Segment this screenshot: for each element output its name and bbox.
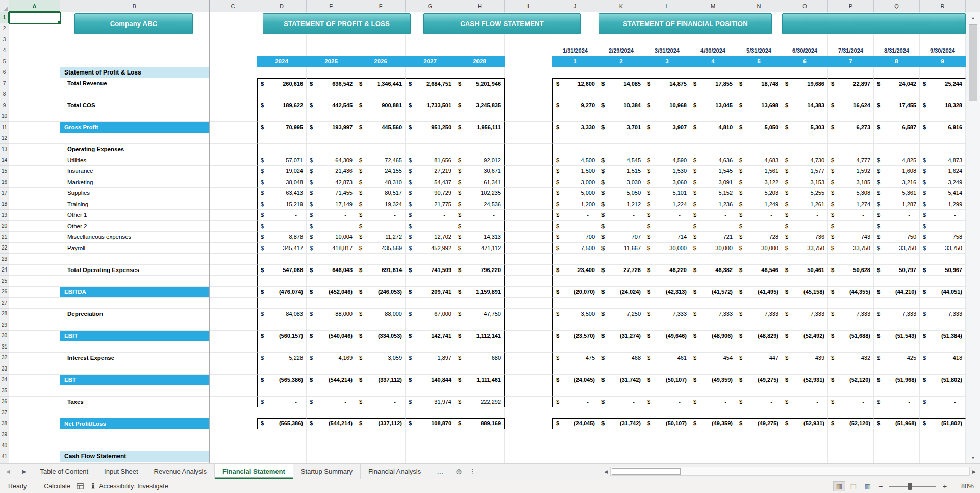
cell-L26[interactable]: $(42,313) (644, 287, 690, 298)
cell-R39[interactable] (920, 429, 966, 440)
cell-D27[interactable] (257, 298, 307, 309)
cell-A10[interactable] (9, 111, 60, 122)
cell-H11[interactable]: $1,956,111 (455, 122, 505, 133)
cell-Q41[interactable] (874, 451, 920, 462)
cell-A22[interactable] (9, 243, 60, 254)
cell-J19[interactable]: $- (552, 210, 598, 221)
row-header-11[interactable]: 11 (0, 122, 9, 133)
cell-A21[interactable] (9, 232, 60, 243)
row-header-30[interactable]: 30 (0, 331, 9, 342)
cell-B15[interactable]: Insurance (60, 166, 209, 177)
cell-C41[interactable] (209, 451, 257, 462)
column-header-a[interactable]: A (9, 0, 60, 12)
cell-Q14[interactable]: $4,825 (874, 155, 920, 166)
cell-E8[interactable] (307, 89, 356, 101)
new-sheet-button[interactable]: ⊕ (451, 464, 466, 479)
column-header-o[interactable]: O (782, 0, 828, 12)
cell-P23[interactable] (828, 254, 874, 265)
cell-M25[interactable] (690, 276, 736, 287)
cell-Q21[interactable]: $750 (874, 232, 920, 243)
cell-D32[interactable]: $5,228 (257, 353, 307, 364)
cell-O3[interactable] (782, 34, 828, 45)
cell-G8[interactable] (406, 89, 455, 101)
cell-N25[interactable] (736, 276, 782, 287)
cell-F23[interactable] (356, 254, 406, 265)
cell-N22[interactable]: $30,000 (736, 243, 782, 254)
cell-A2[interactable] (9, 23, 60, 35)
column-header-f[interactable]: F (356, 0, 406, 12)
cell-A29[interactable] (9, 319, 60, 331)
cell-O26[interactable]: $(45,158) (782, 287, 828, 298)
cell-Q25[interactable] (874, 276, 920, 287)
cell-G17[interactable]: $90,729 (406, 188, 455, 199)
cell-K5[interactable]: 2 (598, 56, 644, 67)
cell-G7[interactable]: $2,684,751 (406, 78, 455, 89)
cell-C40[interactable] (209, 440, 257, 452)
cell-O13[interactable] (782, 144, 828, 155)
cell-F40[interactable] (356, 440, 406, 452)
cell-L8[interactable] (644, 89, 690, 101)
cell-Q23[interactable] (874, 254, 920, 265)
cell-B10[interactable] (60, 111, 209, 122)
scroll-down-icon[interactable]: ▼ (966, 452, 980, 463)
cell-Q15[interactable]: $1,608 (874, 166, 920, 177)
cell-B13[interactable]: Operating Expenses (60, 144, 209, 155)
cell-H36[interactable]: $222,292 (455, 397, 505, 408)
cell-K9[interactable]: $10,384 (598, 100, 644, 111)
cell-R22[interactable]: $33,750 (920, 243, 966, 254)
cell-I17[interactable] (505, 188, 552, 199)
cell-M18[interactable]: $1,236 (690, 199, 736, 210)
cell-J7[interactable]: $12,600 (552, 78, 598, 89)
cell-P26[interactable]: $(44,355) (828, 287, 874, 298)
cell-Q38[interactable]: $(51,968) (874, 418, 920, 430)
cell-F13[interactable] (356, 144, 406, 155)
cell-G21[interactable]: $12,702 (406, 232, 455, 243)
cell-B26[interactable]: EBITDA (60, 287, 209, 298)
cell-E11[interactable]: $193,997 (307, 122, 356, 133)
cell-P21[interactable]: $743 (828, 232, 874, 243)
cell-L31[interactable] (644, 341, 690, 353)
cell-R37[interactable] (920, 407, 966, 418)
cell-R21[interactable]: $758 (920, 232, 966, 243)
cell-J34[interactable]: $(24,045) (552, 375, 598, 386)
cell-Q20[interactable]: $- (874, 221, 920, 232)
cell-M15[interactable]: $1,545 (690, 166, 736, 177)
cell-K21[interactable]: $707 (598, 232, 644, 243)
cell-K31[interactable] (598, 341, 644, 353)
cell-R27[interactable] (920, 298, 966, 309)
cell-J31[interactable] (552, 341, 598, 353)
row-header-17[interactable]: 17 (0, 188, 9, 199)
cell-B30[interactable]: EBIT (60, 331, 209, 342)
cell-L17[interactable]: $5,101 (644, 188, 690, 199)
cell-G10[interactable] (406, 111, 455, 122)
cell-R8[interactable] (920, 89, 966, 101)
cell-O30[interactable]: $(52,492) (782, 331, 828, 342)
cell-H34[interactable]: $1,111,461 (455, 375, 505, 386)
cell-P19[interactable]: $- (828, 210, 874, 221)
cell-H23[interactable] (455, 254, 505, 265)
cell-R32[interactable]: $418 (920, 353, 966, 364)
cell-B20[interactable]: Other 2 (60, 221, 209, 232)
cell-B11[interactable]: Gross Profit (60, 122, 209, 133)
cell-H3[interactable] (455, 34, 505, 45)
cell-F30[interactable]: $(334,053) (356, 331, 406, 342)
cell-O16[interactable]: $3,153 (782, 177, 828, 188)
cell-J17[interactable]: $5,000 (552, 188, 598, 199)
row-header-9[interactable]: 9 (0, 100, 9, 111)
cell-N37[interactable] (736, 407, 782, 418)
cell-C23[interactable] (209, 254, 257, 265)
cell-A12[interactable] (9, 133, 60, 144)
cell-E21[interactable]: $10,004 (307, 232, 356, 243)
cell-L29[interactable] (644, 319, 690, 331)
cell-H12[interactable] (455, 133, 505, 144)
cell-K42[interactable] (598, 462, 644, 464)
cell-G3[interactable] (406, 34, 455, 45)
cell-M30[interactable]: $(48,906) (690, 331, 736, 342)
cell-J33[interactable] (552, 363, 598, 375)
cell-I7[interactable] (505, 78, 552, 89)
cell-J38[interactable]: $(24,045) (552, 418, 598, 430)
cell-E25[interactable] (307, 276, 356, 287)
cell-I8[interactable] (505, 89, 552, 101)
cell-B34[interactable]: EBT (60, 375, 209, 386)
cell-C17[interactable] (209, 188, 257, 199)
